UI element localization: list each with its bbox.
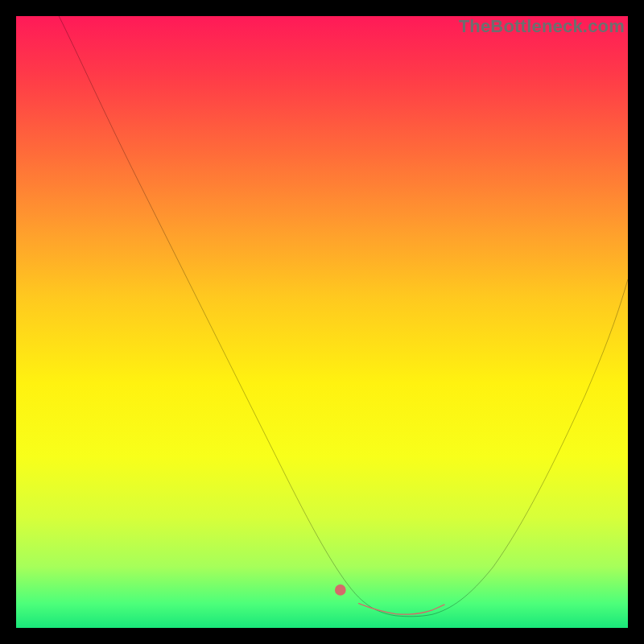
- chart-container: TheBottleneck.com: [16, 16, 628, 628]
- series-highlight-dot: [335, 584, 346, 596]
- watermark-text: TheBottleneck.com: [459, 16, 625, 37]
- series-highlight-flat: [359, 604, 444, 615]
- series-curve: [59, 16, 628, 617]
- chart-svg: [16, 16, 628, 628]
